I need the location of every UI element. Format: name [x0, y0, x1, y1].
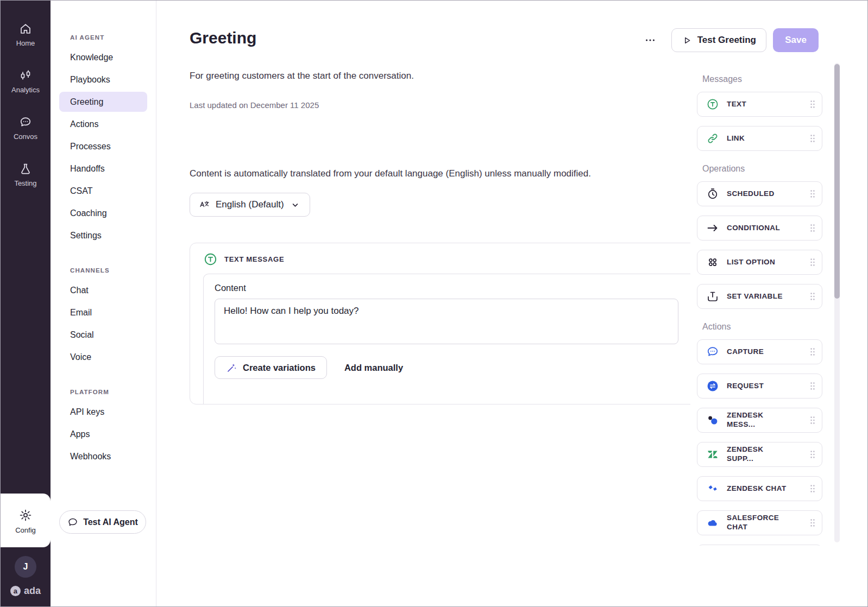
message-content-input[interactable]: Hello! How can I help you today?: [215, 299, 678, 344]
zendesk-support-icon: [706, 448, 719, 461]
list-option-icon: [706, 256, 719, 269]
block-salesforce-chat[interactable]: SALESFORCE CHAT: [697, 510, 822, 535]
sidebar-item-chat[interactable]: Chat: [59, 280, 147, 300]
block-list-option[interactable]: LIST OPTION: [697, 250, 822, 275]
magic-wand-icon: [226, 362, 237, 374]
palette-scrollbar-thumb[interactable]: [834, 64, 840, 299]
link-icon: [706, 132, 719, 145]
sidebar-item-processes[interactable]: Processes: [59, 136, 147, 156]
user-avatar[interactable]: J: [15, 556, 36, 578]
block-label: SCHEDULED: [727, 189, 791, 199]
drag-handle-icon[interactable]: [809, 290, 816, 303]
drag-handle-icon[interactable]: [809, 414, 816, 427]
test-greeting-label: Test Greeting: [697, 35, 756, 46]
block-conditional[interactable]: CONDITIONAL: [697, 216, 822, 241]
block-request[interactable]: REQUEST: [697, 374, 822, 399]
block-zendesk-messaging[interactable]: ZENDESK MESS...: [697, 408, 822, 433]
block-label: ZENDESK SUPP...: [727, 445, 791, 464]
home-icon: [19, 22, 32, 35]
block-link[interactable]: LINK: [697, 126, 822, 151]
content-label: Content: [215, 283, 708, 293]
language-selector[interactable]: English (Default): [190, 193, 310, 217]
set-variable-icon: [706, 290, 719, 303]
block-scheduled[interactable]: SCHEDULED: [697, 181, 822, 206]
zendesk-messaging-icon: [706, 414, 719, 427]
drag-handle-icon[interactable]: [809, 448, 816, 461]
ellipsis-icon: [644, 34, 656, 46]
block-label: CAPTURE: [727, 347, 791, 357]
test-ai-agent-button[interactable]: Test AI Agent: [59, 510, 146, 534]
sidebar-item-api-keys[interactable]: API keys: [59, 402, 147, 422]
section-title-channels: CHANNELS: [70, 267, 156, 274]
play-icon: [682, 35, 692, 46]
chat-bubble-icon: [67, 517, 78, 528]
palette-section-title-actions: Actions: [702, 322, 822, 332]
config-sidebar: AI AGENT Knowledge Playbooks Greeting Ac…: [51, 1, 156, 606]
block-label: TEXT: [727, 100, 791, 109]
sidebar-item-playbooks[interactable]: Playbooks: [59, 69, 147, 90]
block-palette-list: Messages TEXT LINK Operations SCHEDULED: [690, 61, 841, 546]
drag-handle-icon[interactable]: [809, 380, 816, 393]
ada-logo-mark: a: [10, 586, 21, 596]
sidebar-item-email[interactable]: Email: [59, 302, 147, 323]
translate-icon: [199, 199, 210, 211]
sidebar-item-webhooks[interactable]: Webhooks: [59, 446, 147, 466]
block-set-variable[interactable]: SET VARIABLE: [697, 284, 822, 309]
drag-handle-icon[interactable]: [809, 222, 816, 235]
sidebar-item-social[interactable]: Social: [59, 325, 147, 345]
palette-scrollbar-track[interactable]: [834, 63, 840, 542]
sidebar-item-coaching[interactable]: Coaching: [59, 203, 147, 223]
rail-item-home[interactable]: Home: [16, 22, 35, 47]
sidebar-item-handoffs[interactable]: Handoffs: [59, 159, 147, 179]
create-variations-button[interactable]: Create variations: [215, 356, 327, 379]
block-capture[interactable]: CAPTURE: [697, 339, 822, 364]
drag-handle-icon[interactable]: [809, 345, 816, 358]
block-type-label: TEXT MESSAGE: [224, 255, 284, 263]
sidebar-item-actions[interactable]: Actions: [59, 114, 147, 134]
text-message-icon: [203, 252, 218, 267]
rail-item-config[interactable]: Config: [1, 494, 51, 547]
block-app[interactable]: APP: [697, 545, 822, 546]
block-zendesk-support[interactable]: ZENDESK SUPP...: [697, 442, 822, 467]
section-title-platform: PLATFORM: [70, 389, 156, 395]
block-label: SALESFORCE CHAT: [727, 514, 791, 532]
block-label: LINK: [727, 134, 791, 143]
chevron-down-icon: [290, 199, 301, 211]
rail-item-label: Testing: [14, 179, 36, 187]
ada-logo: a ada: [10, 585, 41, 597]
rail-item-label: Config: [15, 526, 36, 534]
left-rail: Home Analytics Convos Testing Config: [1, 1, 51, 606]
drag-handle-icon[interactable]: [809, 98, 816, 111]
block-label: ZENDESK MESS...: [727, 411, 791, 429]
rail-item-convos[interactable]: Convos: [14, 116, 37, 141]
sidebar-item-knowledge[interactable]: Knowledge: [59, 47, 147, 67]
drag-handle-icon[interactable]: [809, 482, 816, 495]
text-block-icon: [706, 98, 719, 111]
header-actions: Test Greeting Save: [640, 28, 819, 52]
more-options-button[interactable]: [640, 28, 661, 52]
drag-handle-icon[interactable]: [809, 132, 816, 145]
add-manually-button[interactable]: Add manually: [344, 363, 403, 373]
sidebar-item-apps[interactable]: Apps: [59, 424, 147, 444]
block-zendesk-chat[interactable]: ZENDESK CHAT: [697, 476, 822, 501]
save-button[interactable]: Save: [773, 28, 819, 52]
block-label: ZENDESK CHAT: [727, 484, 791, 494]
block-palette: Messages TEXT LINK Operations SCHEDULED: [690, 61, 841, 546]
rail-item-analytics[interactable]: Analytics: [11, 69, 40, 94]
rail-items: Home Analytics Convos Testing: [1, 1, 51, 187]
drag-handle-icon[interactable]: [809, 187, 816, 200]
block-label: SET VARIABLE: [727, 292, 791, 301]
arrow-right-icon: [706, 222, 719, 235]
sidebar-item-csat[interactable]: CSAT: [59, 181, 147, 201]
rail-item-testing[interactable]: Testing: [14, 162, 36, 187]
drag-handle-icon[interactable]: [809, 516, 816, 529]
sidebar-item-settings[interactable]: Settings: [59, 225, 147, 245]
sidebar-item-greeting[interactable]: Greeting: [59, 92, 147, 112]
capture-icon: [706, 345, 719, 358]
block-text[interactable]: TEXT: [697, 92, 822, 117]
test-greeting-button[interactable]: Test Greeting: [671, 28, 766, 52]
last-updated-text: Last updated on December 11 2025: [190, 100, 319, 110]
drag-handle-icon[interactable]: [809, 256, 816, 269]
sidebar-item-voice[interactable]: Voice: [59, 347, 147, 367]
ada-logo-text: ada: [24, 585, 41, 597]
